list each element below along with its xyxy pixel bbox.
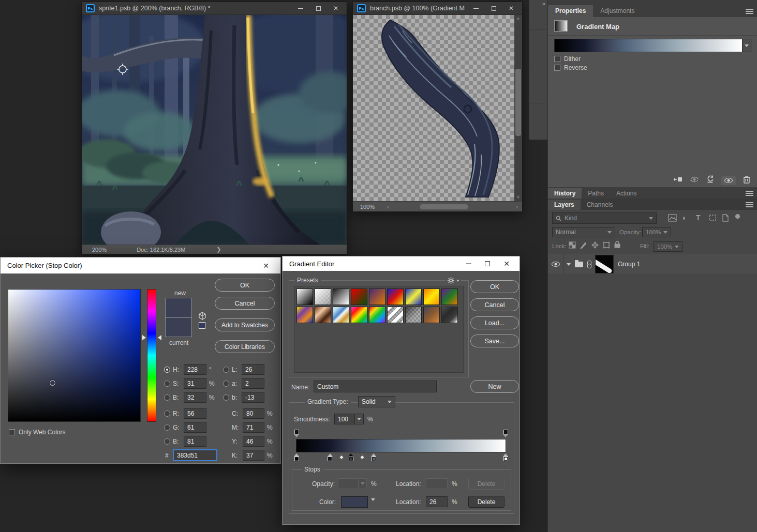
hex-field[interactable]: 383d51 [173, 449, 217, 461]
visibility-toggle[interactable] [548, 254, 563, 275]
ge-close-icon[interactable]: ✕ [503, 260, 510, 268]
color-stop-marker[interactable] [348, 453, 353, 461]
doc1-minimize-button[interactable] [294, 4, 307, 13]
gradient-name-field[interactable]: Custom [314, 381, 437, 392]
blend-mode-dropdown[interactable]: Normal [552, 227, 615, 237]
y-field[interactable]: 46 [243, 436, 264, 447]
h-field[interactable]: 228 [184, 364, 206, 375]
b-radio[interactable] [164, 394, 170, 401]
lock-artboard-icon[interactable] [603, 241, 610, 251]
blue-field[interactable]: 81 [184, 436, 206, 447]
dither-checkbox[interactable] [554, 56, 560, 62]
doc2-hscroll-thumb[interactable] [420, 204, 468, 209]
filter-toggle[interactable] [735, 214, 741, 221]
view-previous-state-icon[interactable] [690, 176, 699, 185]
fill-field[interactable]: 100% [654, 241, 682, 252]
color-libraries-button[interactable]: Color Libraries [215, 340, 275, 353]
doc1-zoom-level[interactable]: 200% [92, 247, 107, 253]
color-picker-cancel-button[interactable]: Cancel [215, 297, 275, 310]
color-picker-ok-button[interactable]: OK [215, 279, 275, 292]
hue-slider[interactable] [147, 289, 156, 422]
color-field-marker[interactable] [50, 380, 55, 386]
doc2-titlebar[interactable]: Ps branch.psb @ 100% (Gradient Map... ✕ [353, 2, 522, 15]
g-radio[interactable] [164, 424, 170, 431]
properties-menu-icon[interactable] [746, 9, 753, 14]
color-stop-marker[interactable] [371, 453, 376, 461]
gamut-color-swatch[interactable] [199, 322, 205, 329]
gradient-preset-violet-orange[interactable] [369, 288, 385, 305]
gradient-preset-black-white[interactable] [333, 288, 349, 305]
hue-marker-left-icon[interactable] [142, 335, 146, 340]
smoothness-field[interactable]: 100 [334, 414, 355, 424]
history-menu-icon[interactable] [746, 191, 753, 196]
gradient-type-dropdown[interactable]: Solid [358, 396, 395, 407]
gradient-preset-yellow-violet-orange-blue[interactable] [296, 307, 313, 323]
saturation-brightness-field[interactable] [8, 289, 141, 422]
gradient-load-button[interactable]: Load... [470, 316, 519, 329]
s-field[interactable]: 31 [184, 378, 206, 389]
lock-all-icon[interactable] [614, 241, 620, 250]
color-stop-marker[interactable] [328, 453, 333, 461]
gradient-editor-titlebar[interactable]: Gradient Editor ✕ [283, 256, 519, 271]
doc2-minimize-button[interactable] [469, 4, 483, 13]
gradient-preset-white-stripes-transparent[interactable] [387, 307, 404, 323]
group-mask-thumbnail[interactable] [595, 255, 614, 273]
document-window-branch[interactable]: Ps branch.psb @ 100% (Gradient Map... ✕ … [352, 2, 523, 212]
color-picker-close-icon[interactable]: ✕ [258, 262, 274, 270]
doc2-canvas[interactable] [353, 15, 514, 201]
mask-link-icon[interactable] [587, 261, 591, 268]
r-field[interactable]: 56 [184, 408, 206, 419]
gradient-preset-blue-red-yellow[interactable] [387, 288, 404, 305]
m-field[interactable]: 71 [243, 422, 264, 433]
tab-layers[interactable]: Layers [548, 200, 581, 210]
layers-menu-icon[interactable] [746, 202, 753, 208]
gradient-preset-fg-to-bg[interactable] [296, 288, 313, 305]
layer-row-group1[interactable]: Group 1 [548, 254, 757, 275]
b2-radio[interactable] [164, 438, 170, 445]
scroll-down-icon[interactable]: ˅ [514, 195, 522, 200]
g-field[interactable]: 61 [184, 422, 206, 433]
gradient-preset-dark-metal-stripes[interactable] [441, 307, 458, 323]
gradient-preset-spectrum[interactable] [351, 307, 367, 323]
current-color-swatch[interactable] [165, 317, 192, 337]
lab-b-field[interactable]: -13 [242, 392, 264, 403]
gradient-preset-violet-green-orange[interactable] [441, 288, 458, 305]
gradient-preset-red-green[interactable] [351, 288, 367, 305]
doc1-canvas[interactable] [82, 15, 347, 245]
doc1-size-info[interactable]: Doc: 162.1K/8.23M [137, 247, 185, 253]
gradient-preset-fg-to-transparent[interactable] [315, 288, 331, 305]
group-expand-chevron-icon[interactable] [567, 263, 571, 266]
document-window-sprite1[interactable]: Ps sprite1.psb @ 200% (branch, RGB/8) * … [81, 2, 347, 254]
filter-adjustment-layers-icon[interactable]: ◐ [682, 214, 687, 222]
only-web-colors-checkbox[interactable] [9, 429, 15, 435]
k-field[interactable]: 37 [243, 450, 264, 461]
color-stop-marker[interactable] [503, 453, 508, 461]
presets-gear-menu[interactable] [446, 277, 461, 284]
tab-adjustments[interactable]: Adjustments [593, 5, 642, 17]
lock-position-icon[interactable] [591, 241, 599, 251]
gradient-map-preview[interactable] [554, 39, 743, 52]
s-radio[interactable] [164, 381, 170, 387]
a-radio[interactable] [223, 381, 229, 387]
doc1-maximize-button[interactable] [311, 4, 325, 13]
lab-b-radio[interactable] [223, 394, 229, 401]
doc2-zoom-level[interactable]: 100% [360, 204, 375, 210]
ge-minimize-icon[interactable] [466, 263, 471, 264]
doc2-maximize-button[interactable] [487, 4, 500, 13]
doc1-status-chevron-icon[interactable]: ❯ [216, 246, 221, 253]
gradient-preset-chrome-gold[interactable] [333, 307, 349, 323]
add-to-swatches-button[interactable]: Add to Swatches [215, 318, 275, 331]
out-of-gamut-cube-icon[interactable] [198, 312, 206, 322]
r-radio[interactable] [164, 411, 170, 417]
hscroll-right-icon[interactable]: › [516, 204, 518, 210]
gradient-new-button[interactable]: New [470, 380, 519, 393]
filter-shape-layers-icon[interactable] [708, 214, 717, 223]
doc2-vertical-scrollbar[interactable]: ˄ ˅ [514, 15, 522, 201]
doc2-close-button[interactable]: ✕ [504, 4, 518, 13]
ge-maximize-icon[interactable] [485, 261, 490, 266]
gradient-ok-button[interactable]: OK [470, 280, 519, 293]
filter-type-layers-icon[interactable]: T [696, 214, 701, 222]
scroll-up-icon[interactable]: ˄ [514, 15, 522, 22]
tab-properties[interactable]: Properties [548, 5, 593, 17]
hue-marker-right-icon[interactable] [158, 335, 161, 340]
